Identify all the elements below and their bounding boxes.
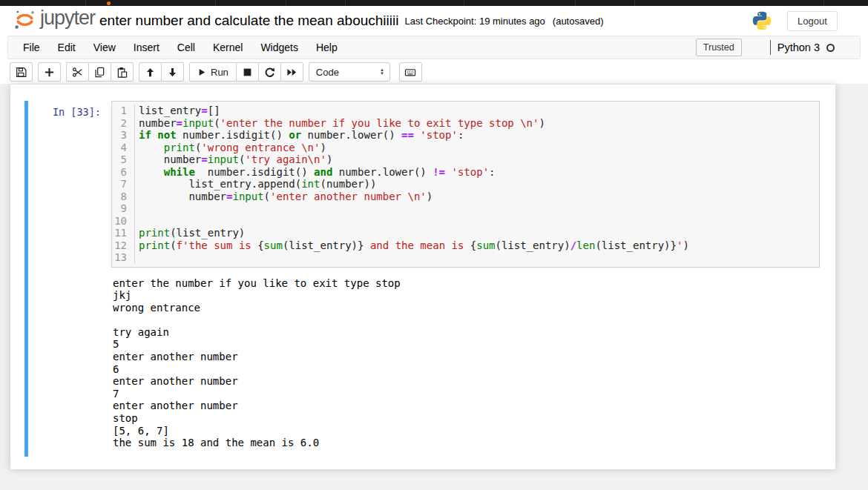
copy-cell-icon xyxy=(94,67,105,78)
menubar: FileEditViewInsertCellKernelWidgetsHelp … xyxy=(7,36,861,59)
line-number-gutter: 12345678910111213 xyxy=(112,105,135,264)
line-number: 7 xyxy=(112,178,127,191)
select-arrows-icon: ▲▼ xyxy=(380,68,384,76)
logout-button[interactable]: Logout xyxy=(787,11,838,31)
add-cell-below-icon xyxy=(44,67,55,78)
code-lines: list_entry=[]number=input('enter the num… xyxy=(135,105,689,264)
code-editor[interactable]: 12345678910111213 list_entry=[]number=in… xyxy=(111,101,820,268)
save-button[interactable] xyxy=(10,62,33,82)
menu-item-view[interactable]: View xyxy=(85,36,125,59)
code-line xyxy=(139,202,689,215)
code-line: number=input('try again\n') xyxy=(139,153,689,166)
python-logo-icon xyxy=(752,10,772,31)
copy-cell-button[interactable] xyxy=(88,62,111,82)
run-label: Run xyxy=(211,67,228,78)
line-number: 6 xyxy=(112,166,127,179)
title-area: enter number and calculate the mean abou… xyxy=(99,6,603,36)
cut-cell-icon xyxy=(72,67,83,78)
tab-divider xyxy=(464,0,464,6)
move-cell-down-icon xyxy=(167,67,178,78)
kernel-name: Python 3 xyxy=(777,42,820,53)
cell-output: enter the number if you like to exit typ… xyxy=(113,277,823,449)
tab-divider xyxy=(634,0,635,6)
line-number: 4 xyxy=(112,142,127,154)
paste-cell-icon xyxy=(116,67,128,78)
save-icon xyxy=(16,67,27,78)
tab-divider xyxy=(215,0,216,6)
move-cell-up-icon xyxy=(145,67,156,78)
code-line: number=input('enter another number \n') xyxy=(139,191,689,203)
interrupt-kernel-icon xyxy=(242,67,253,78)
code-line: list_entry.append(int(number)) xyxy=(139,178,689,191)
interrupt-kernel-button[interactable] xyxy=(236,62,259,82)
trusted-badge[interactable]: Trusted xyxy=(696,39,742,56)
notebook-title[interactable]: enter number and calculate the mean abou… xyxy=(99,13,398,29)
restart-run-all-icon xyxy=(286,67,297,78)
run-icon xyxy=(197,67,206,77)
jupyter-logo[interactable]: jupyter xyxy=(13,8,95,31)
cell-type-value: Code xyxy=(316,67,339,78)
kernel-idle-icon xyxy=(826,44,835,52)
line-number: 10 xyxy=(112,215,127,228)
line-number: 2 xyxy=(112,117,127,130)
tab-divider xyxy=(575,0,576,6)
restart-kernel-icon xyxy=(264,67,275,78)
menu-item-cell[interactable]: Cell xyxy=(168,36,204,59)
code-line: number=input('enter the number if you li… xyxy=(139,117,689,130)
code-cell[interactable]: In [33]: 12345678910111213 list_entry=[]… xyxy=(24,101,823,457)
jupyter-logo-text: jupyter xyxy=(40,7,95,30)
line-number: 9 xyxy=(112,202,127,215)
line-number: 13 xyxy=(112,251,127,264)
toolbar: Run Code ▲▼ xyxy=(0,60,868,85)
line-number: 3 xyxy=(112,129,127,142)
jupyter-logo-icon xyxy=(13,8,36,31)
menu-right-cluster: Trusted Python 3 xyxy=(696,36,835,59)
code-line xyxy=(139,215,689,228)
code-line: if not number.isdigit() or number.lower(… xyxy=(139,129,689,142)
menu-row: FileEditViewInsertCellKernelWidgetsHelp … xyxy=(0,36,868,60)
tab-favicon-dot xyxy=(107,1,111,5)
menu-item-kernel[interactable]: Kernel xyxy=(204,36,251,59)
move-cell-down-button[interactable] xyxy=(161,62,184,82)
code-line: print(list_entry) xyxy=(139,227,689,239)
run-button[interactable]: Run xyxy=(189,62,237,82)
notebook-container: In [33]: 12345678910111213 list_entry=[]… xyxy=(10,85,835,469)
command-palette-keyboard-icon xyxy=(404,67,416,78)
paste-cell-button[interactable] xyxy=(111,62,134,82)
notebook-header: jupyter enter number and calculate the m… xyxy=(0,6,868,36)
kernel-divider xyxy=(770,40,771,55)
tab-divider xyxy=(85,0,86,6)
code-line: list_entry=[] xyxy=(139,105,689,117)
input-prompt: In [33]: xyxy=(28,101,111,268)
code-line: print('wrong entrance \n') xyxy=(139,142,689,154)
menu-item-help[interactable]: Help xyxy=(307,36,346,59)
cell-type-select[interactable]: Code ▲▼ xyxy=(309,62,390,82)
restart-run-all-button[interactable] xyxy=(280,62,303,82)
menu-item-file[interactable]: File xyxy=(14,36,49,59)
browser-chrome-strip xyxy=(0,0,868,6)
restart-kernel-button[interactable] xyxy=(258,62,281,82)
line-number: 11 xyxy=(112,227,127,239)
command-palette-button[interactable] xyxy=(399,62,422,82)
move-cell-up-button[interactable] xyxy=(139,62,162,82)
menu-item-widgets[interactable]: Widgets xyxy=(251,36,307,59)
menu-item-insert[interactable]: Insert xyxy=(125,36,168,59)
cut-cell-button[interactable] xyxy=(66,62,89,82)
code-line: while number.isdigit() and number.lower(… xyxy=(139,166,689,179)
tab-divider xyxy=(286,0,286,6)
line-number: 1 xyxy=(112,105,127,117)
checkpoint-status: Last Checkpoint: 19 minutes ago xyxy=(404,16,545,27)
tab-divider xyxy=(823,0,824,6)
line-number: 5 xyxy=(112,153,127,166)
tab-divider xyxy=(345,0,346,6)
autosave-status: (autosaved) xyxy=(553,16,604,27)
code-line: print(f'the sum is {sum(list_entry)} and… xyxy=(139,239,689,252)
line-number: 8 xyxy=(112,191,127,203)
cell-input-area: In [33]: 12345678910111213 list_entry=[]… xyxy=(28,101,823,268)
line-number: 12 xyxy=(112,239,127,252)
code-line xyxy=(139,251,689,264)
notebook-page: In [33]: 12345678910111213 list_entry=[]… xyxy=(0,84,868,490)
add-cell-below-button[interactable] xyxy=(38,62,61,82)
menu-item-edit[interactable]: Edit xyxy=(49,36,85,59)
